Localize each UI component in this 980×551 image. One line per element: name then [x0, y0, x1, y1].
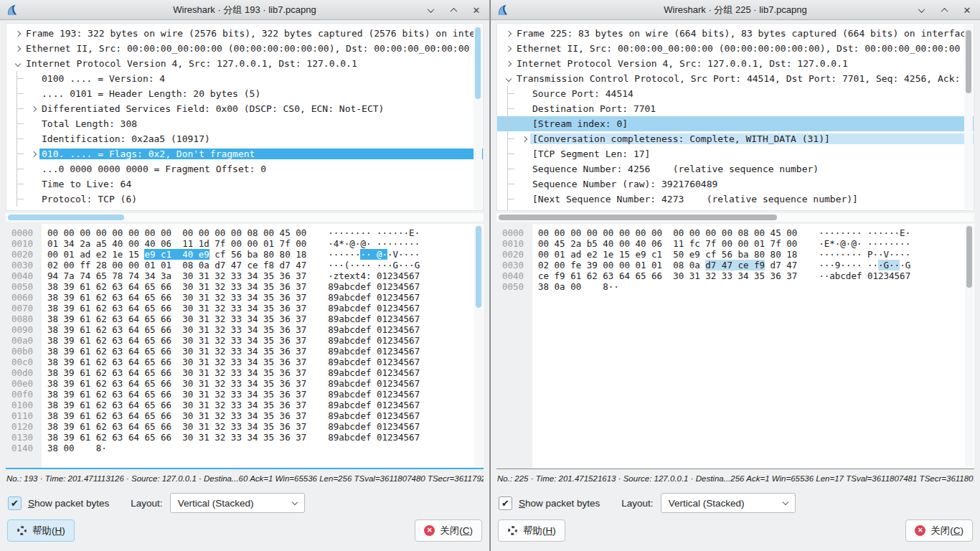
expander-closed-icon[interactable]: [28, 152, 39, 156]
tree-row[interactable]: [Next Sequence Number: 4273 (relative se…: [497, 192, 974, 207]
hex-bytes[interactable]: 38 39 61 62 63 64 65 66 30 31 32 33 34 3…: [47, 335, 306, 346]
hex-vertical-scrollbar[interactable]: [965, 225, 974, 468]
hex-row[interactable]: 014038 008·: [6, 443, 484, 453]
tree-row[interactable]: Protocol: TCP (6): [6, 192, 483, 207]
layout-dropdown[interactable]: Vertical (Stacked): [170, 493, 305, 513]
hex-ascii[interactable]: ·ztext4: 01234567: [328, 270, 420, 281]
hex-bytes[interactable]: 00 01 ad e2 1e 15 e9 c1 40 e9 cf 56 ba 8…: [47, 249, 306, 260]
hex-bytes[interactable]: 38 39 61 62 63 64 65 66 30 31 32 33 34 3…: [47, 389, 306, 400]
hex-row[interactable]: 00a038 39 61 62 63 64 65 66 30 31 32 33 …: [6, 335, 484, 346]
hex-row[interactable]: 00d038 39 61 62 63 64 65 66 30 31 32 33 …: [6, 367, 484, 378]
hex-row[interactable]: 0040ce f9 61 62 63 64 65 66 30 31 32 33 …: [496, 270, 974, 281]
hex-bytes[interactable]: 38 39 61 62 63 64 65 66 30 31 32 33 34 3…: [47, 303, 306, 314]
layout-dropdown[interactable]: Vertical (Stacked): [661, 493, 796, 513]
hex-ascii[interactable]: 89abcdef 01234567: [328, 367, 420, 378]
tree-row[interactable]: [Stream index: 0]: [497, 116, 974, 131]
hex-ascii[interactable]: 89abcdef 01234567: [328, 421, 420, 432]
hex-ascii[interactable]: 89abcdef 01234567: [328, 389, 420, 400]
hex-bytes[interactable]: 38 39 61 62 63 64 65 66 30 31 32 33 34 3…: [47, 432, 306, 443]
hex-row[interactable]: 004094 7a 74 65 78 74 34 3a 30 31 32 33 …: [6, 270, 484, 281]
hex-bytes[interactable]: 00 00 00 00 00 00 00 00 00 00 00 00 08 0…: [47, 227, 306, 238]
hex-row[interactable]: 003002 00 fe 39 00 00 01 01 08 0a d7 47 …: [496, 260, 974, 270]
hex-bytes[interactable]: 38 39 61 62 63 64 65 66 30 31 32 33 34 3…: [47, 281, 306, 292]
hex-bytes[interactable]: 02 00 ff 28 00 00 01 01 08 0a d7 47 ce f…: [47, 260, 306, 270]
hex-ascii[interactable]: 89abcdef 01234567: [328, 378, 420, 389]
hex-bytes[interactable]: 01 34 2a a5 40 00 40 06 11 1d 7f 00 00 0…: [47, 238, 306, 249]
scrollbar-thumb[interactable]: [8, 215, 124, 220]
expander-open-icon[interactable]: [503, 77, 514, 81]
expander-open-icon[interactable]: [12, 62, 24, 66]
hex-row[interactable]: 003002 00 ff 28 00 00 01 01 08 0a d7 47 …: [6, 260, 484, 270]
tree-row[interactable]: Sequence Number (raw): 3921760489: [497, 176, 974, 192]
hex-row[interactable]: 009038 39 61 62 63 64 65 66 30 31 32 33 …: [6, 324, 484, 335]
hex-row[interactable]: 00c038 39 61 62 63 64 65 66 30 31 32 33 …: [6, 357, 484, 367]
hex-row[interactable]: 00f038 39 61 62 63 64 65 66 30 31 32 33 …: [6, 389, 484, 400]
tree-row[interactable]: ...0 0000 0000 0000 = Fragment Offset: 0: [6, 161, 483, 176]
hex-bytes[interactable]: 38 39 61 62 63 64 65 66 30 31 32 33 34 3…: [47, 400, 306, 410]
expander-closed-icon[interactable]: [503, 32, 514, 36]
hex-bytes[interactable]: 38 39 61 62 63 64 65 66 30 31 32 33 34 3…: [47, 378, 306, 389]
hex-ascii[interactable]: 89abcdef 01234567: [328, 432, 420, 443]
hex-row[interactable]: 001001 34 2a a5 40 00 40 06 11 1d 7f 00 …: [6, 238, 484, 249]
hex-bytes[interactable]: ce f9 61 62 63 64 65 66 30 31 32 33 34 3…: [538, 270, 797, 281]
expander-closed-icon[interactable]: [503, 62, 514, 66]
hex-ascii[interactable]: 89abcdef 01234567: [328, 314, 420, 324]
hex-bytes[interactable]: 00 00 00 00 00 00 00 00 00 00 00 00 08 0…: [538, 227, 797, 238]
hex-bytes[interactable]: 38 39 61 62 63 64 65 66 30 31 32 33 34 3…: [47, 324, 306, 335]
hex-bytes[interactable]: 38 39 61 62 63 64 65 66 30 31 32 33 34 3…: [47, 314, 306, 324]
expander-closed-icon[interactable]: [519, 137, 530, 141]
hex-row[interactable]: 00e038 39 61 62 63 64 65 66 30 31 32 33 …: [6, 378, 484, 389]
hex-row[interactable]: 008038 39 61 62 63 64 65 66 30 31 32 33 …: [6, 314, 484, 324]
titlebar[interactable]: Wireshark · 分组 193 · lib7.pcapng ✕: [0, 0, 489, 20]
scrollbar-thumb[interactable]: [476, 226, 481, 308]
hex-bytes[interactable]: 38 39 61 62 63 64 65 66 30 31 32 33 34 3…: [47, 367, 306, 378]
hex-row[interactable]: 001000 45 2a b5 40 00 40 06 11 fc 7f 00 …: [496, 238, 974, 249]
hex-bytes[interactable]: 38 39 61 62 63 64 65 66 30 31 32 33 34 3…: [47, 410, 306, 421]
tree-row[interactable]: Acknowledgment Number: 1 (relative ack n…: [497, 207, 974, 211]
hex-ascii[interactable]: ········ P··V····: [819, 249, 910, 260]
hex-ascii[interactable]: 89abcdef 01234567: [328, 292, 420, 303]
hex-ascii[interactable]: 89abcdef 01234567: [328, 281, 420, 292]
help-button[interactable]: 帮助(H): [7, 519, 75, 542]
hex-row[interactable]: 005038 0a 008··: [496, 281, 974, 292]
tree-vertical-scrollbar[interactable]: [473, 24, 482, 209]
tree-row[interactable]: Total Length: 308: [6, 116, 483, 131]
hex-bytes[interactable]: 00 45 2a b5 40 00 40 06 11 fc 7f 00 00 0…: [538, 238, 797, 249]
hex-row[interactable]: 006038 39 61 62 63 64 65 66 30 31 32 33 …: [6, 292, 484, 303]
hex-bytes[interactable]: 38 39 61 62 63 64 65 66 30 31 32 33 34 3…: [47, 292, 306, 303]
show-packet-bytes-checkbox[interactable]: ✔: [8, 496, 22, 510]
close-window-icon[interactable]: ✕: [961, 4, 973, 16]
hex-bytes[interactable]: 38 39 61 62 63 64 65 66 30 31 32 33 34 3…: [47, 421, 306, 432]
tree-row[interactable]: Frame 225: 83 bytes on wire (664 bits), …: [497, 26, 974, 41]
hex-row[interactable]: 000000 00 00 00 00 00 00 00 00 00 00 00 …: [496, 227, 974, 238]
hex-row[interactable]: 011038 39 61 62 63 64 65 66 30 31 32 33 …: [6, 410, 484, 421]
hex-row[interactable]: 013038 39 61 62 63 64 65 66 30 31 32 33 …: [6, 432, 484, 443]
hex-ascii[interactable]: 8··: [603, 281, 619, 292]
tree-row[interactable]: Transmission Control Protocol, Src Port:…: [497, 71, 974, 86]
hex-row[interactable]: 00b038 39 61 62 63 64 65 66 30 31 32 33 …: [6, 346, 484, 357]
hex-row[interactable]: 010038 39 61 62 63 64 65 66 30 31 32 33 …: [6, 400, 484, 410]
tree-row[interactable]: Internet Protocol Version 4, Src: 127.0.…: [497, 56, 974, 71]
hex-row[interactable]: 007038 39 61 62 63 64 65 66 30 31 32 33 …: [6, 303, 484, 314]
hex-row[interactable]: 005038 39 61 62 63 64 65 66 30 31 32 33 …: [6, 281, 484, 292]
hex-ascii[interactable]: ·4*·@·@· ········: [328, 238, 420, 249]
expander-closed-icon[interactable]: [28, 107, 39, 111]
scrollbar-thumb[interactable]: [499, 215, 777, 220]
scrollbar-thumb[interactable]: [966, 226, 972, 288]
show-packet-bytes-checkbox[interactable]: ✔: [499, 496, 512, 510]
tree-row[interactable]: 010. .... = Flags: 0x2, Don't fragment: [6, 146, 483, 161]
hex-bytes[interactable]: 38 39 61 62 63 64 65 66 30 31 32 33 34 3…: [47, 346, 306, 357]
expander-closed-icon[interactable]: [12, 32, 24, 36]
maximize-icon[interactable]: [938, 4, 950, 16]
tree-row[interactable]: [Conversation completeness: Complete, WI…: [497, 131, 974, 146]
tree-row[interactable]: Ethernet II, Src: 00:00:00_00:00:00 (00:…: [6, 41, 483, 56]
tree-horizontal-scrollbar[interactable]: [6, 213, 484, 222]
hex-bytes[interactable]: 38 0a 00: [538, 281, 581, 292]
hex-bytes[interactable]: 02 00 fe 39 00 00 01 01 08 0a d7 47 ce f…: [538, 260, 797, 270]
hex-row[interactable]: 000000 00 00 00 00 00 00 00 00 00 00 00 …: [6, 227, 484, 238]
hex-ascii[interactable]: ········ ······E·: [819, 227, 910, 238]
hex-bytes[interactable]: 94 7a 74 65 78 74 34 3a 30 31 32 33 34 3…: [47, 270, 306, 281]
hex-ascii[interactable]: 89abcdef 01234567: [328, 335, 420, 346]
tree-row[interactable]: Time to Live: 64: [6, 176, 483, 192]
tree-row[interactable]: Identification: 0x2aa5 (10917): [6, 131, 483, 146]
